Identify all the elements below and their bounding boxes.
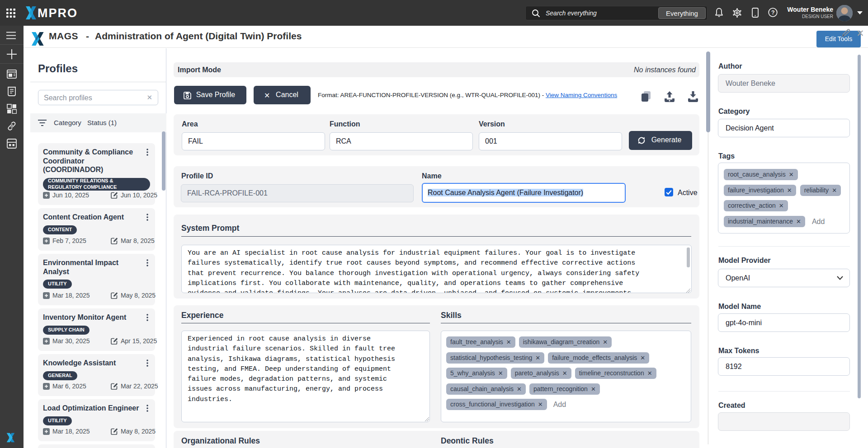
svg-text:?: ? [771,9,775,16]
svg-text:MPRO: MPRO [38,6,78,20]
